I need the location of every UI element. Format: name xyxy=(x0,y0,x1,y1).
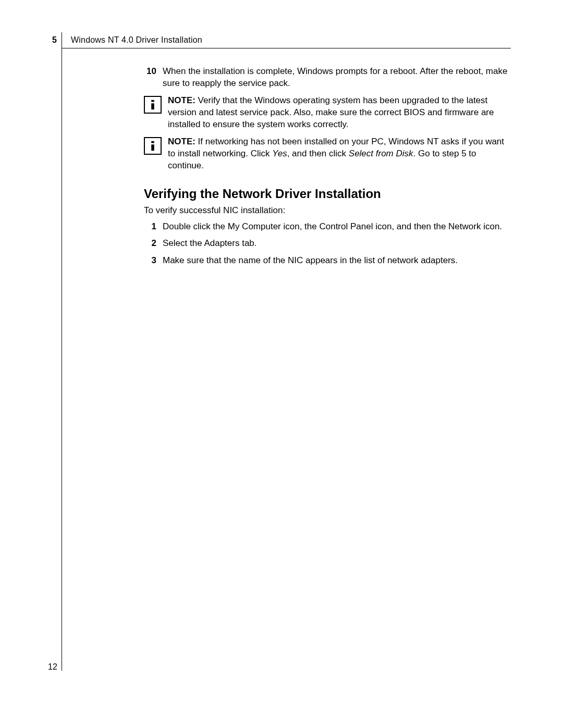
note-yes: Yes xyxy=(272,149,287,158)
step-number: 10 xyxy=(144,66,163,90)
svg-rect-0 xyxy=(151,100,154,102)
step-text: Select the Adapters tab. xyxy=(163,238,511,250)
step-number: 1 xyxy=(144,221,163,233)
page-number: 12 xyxy=(48,662,57,672)
note-select: Select from Disk xyxy=(349,149,413,158)
list-item: 10 When the installation is complete, Wi… xyxy=(144,66,511,90)
note-body-mid: , and then click xyxy=(287,149,349,158)
section-heading: Verifying the Network Driver Installatio… xyxy=(144,187,511,201)
page-header: 5 Windows NT 4.0 Driver Installation xyxy=(0,33,511,47)
chapter-title: Windows NT 4.0 Driver Installation xyxy=(71,35,202,45)
horizontal-rule xyxy=(62,48,511,48)
list-item: 2 Select the Adapters tab. xyxy=(144,238,511,250)
note-text: NOTE: If networking has not been install… xyxy=(168,136,511,172)
note-text: NOTE: Verify that the Windows operating … xyxy=(168,95,511,131)
svg-rect-1 xyxy=(151,103,154,109)
note-label: NOTE: xyxy=(168,95,195,105)
note-block: NOTE: If networking has not been install… xyxy=(144,136,511,172)
note-label: NOTE: xyxy=(168,137,195,146)
page-content: 10 When the installation is complete, Wi… xyxy=(144,66,511,272)
step-number: 2 xyxy=(144,238,163,250)
step-text: When the installation is complete, Windo… xyxy=(163,66,511,90)
step-text: Double click the My Computer icon, the C… xyxy=(163,221,511,233)
svg-rect-3 xyxy=(151,144,154,151)
info-icon xyxy=(144,96,162,114)
list-item: 3 Make sure that the name of the NIC app… xyxy=(144,255,511,267)
step-text: Make sure that the name of the NIC appea… xyxy=(163,255,511,267)
step-number: 3 xyxy=(144,255,163,267)
vertical-rule xyxy=(62,32,62,671)
info-icon xyxy=(144,137,162,155)
section-intro: To verify successful NIC installation: xyxy=(144,205,511,216)
chapter-number: 5 xyxy=(52,35,57,45)
note-block: NOTE: Verify that the Windows operating … xyxy=(144,95,511,131)
svg-rect-2 xyxy=(151,141,154,143)
list-item: 1 Double click the My Computer icon, the… xyxy=(144,221,511,233)
note-body: Verify that the Windows operating system… xyxy=(168,95,494,129)
document-page: 5 Windows NT 4.0 Driver Installation 10 … xyxy=(0,0,563,728)
